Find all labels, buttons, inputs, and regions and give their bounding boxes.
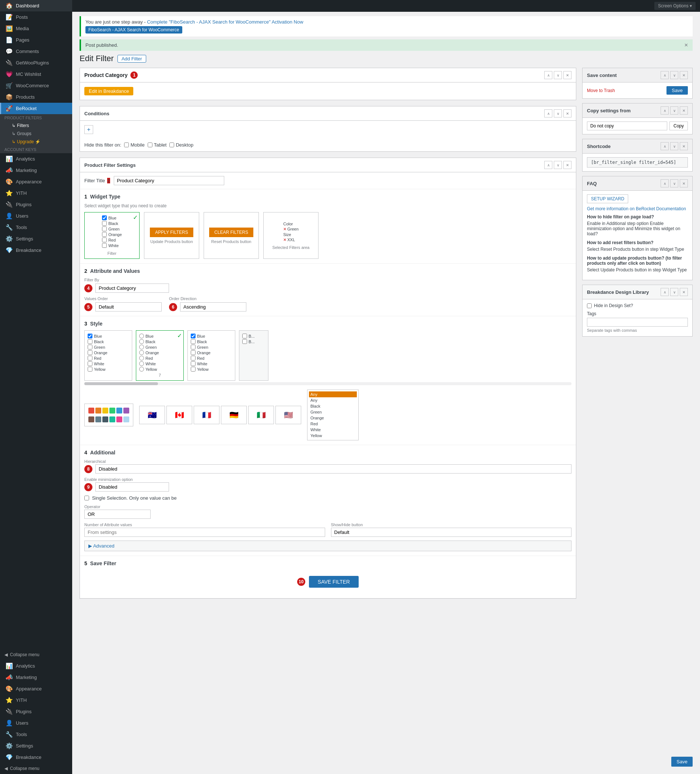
sidebar-item-woocommerce[interactable]: 🛒 WooCommerce	[0, 80, 72, 91]
flag-italy[interactable]: 🇮🇹	[248, 406, 274, 424]
sidebar-item-analytics[interactable]: 📊 Analytics	[0, 153, 72, 165]
notice-close-icon[interactable]: ✕	[684, 42, 688, 48]
add-condition-button[interactable]: +	[84, 125, 93, 134]
design-library-close-btn[interactable]: ✕	[680, 288, 688, 296]
copy-settings-expand-btn[interactable]: ∨	[670, 106, 678, 114]
filter-settings-collapse-btn[interactable]: ∧	[544, 161, 552, 169]
tags-input[interactable]	[587, 318, 688, 327]
widget-card-filter[interactable]: ✓ Blue Black Green Orange Red White	[84, 212, 139, 259]
sidebar-item-appearance-2[interactable]: 🎨 Appearance	[0, 683, 72, 695]
sidebar-item-mc-wishlist[interactable]: 💗 MC Wishlist	[0, 68, 72, 80]
sidebar-item-marketing-2[interactable]: 📣 Marketing	[0, 671, 72, 683]
minimization-select[interactable]: Disabled Enabled	[95, 482, 169, 491]
values-order-select[interactable]: Default Name Count Term ID	[95, 302, 162, 311]
filter-title-input[interactable]	[114, 176, 224, 185]
conditions-close-btn[interactable]: ✕	[563, 109, 571, 117]
sidebar-item-settings-2[interactable]: ⚙️ Settings	[0, 740, 72, 751]
order-direction-select[interactable]: Ascending Descending	[180, 302, 247, 311]
conditions-collapse-btn[interactable]: ∧	[544, 109, 552, 117]
widget-card-update-products[interactable]: APPLY FILTERS Update Products button	[144, 212, 199, 259]
flag-usa[interactable]: 🇺🇸	[275, 406, 301, 424]
operator-select[interactable]: OR AND	[84, 509, 151, 519]
sidebar-submenu-upgrade[interactable]: ↳ Upgrade ⚡	[0, 138, 72, 146]
docs-link[interactable]: Get more information on BeRocket Documen…	[587, 206, 688, 212]
collapse-menu-btn-2[interactable]: ◀ Collapse menu	[0, 763, 72, 774]
style-card-checkbox-filled[interactable]: Blue Black Green Orange Red White Yellow	[187, 330, 235, 381]
sidebar-item-yith-2[interactable]: ⭐ YITH	[0, 695, 72, 706]
sidebar-item-users[interactable]: 👤 Users	[0, 210, 72, 222]
design-library-collapse-btn[interactable]: ∧	[660, 288, 669, 296]
sidebar-item-posts[interactable]: 📝 Posts	[0, 12, 72, 23]
flag-canada[interactable]: 🇨🇦	[166, 406, 192, 424]
sidebar-item-plugins-2[interactable]: 🔌 Plugins	[0, 706, 72, 717]
shortcode-collapse-btn[interactable]: ∧	[660, 142, 669, 150]
sidebar-item-comments[interactable]: 💬 Comments	[0, 46, 72, 57]
hierarchical-select[interactable]: Disabled Enabled	[95, 464, 571, 473]
style-card-checkbox[interactable]: Blue Black Green Orange Red White Yellow	[84, 330, 132, 381]
hide-design-set-checkbox[interactable]	[587, 303, 592, 308]
metabox-expand-btn[interactable]: ∨	[554, 71, 562, 79]
sidebar-item-tools[interactable]: 🔧 Tools	[0, 222, 72, 233]
shortcode-close-btn[interactable]: ✕	[680, 142, 688, 150]
screen-options-button[interactable]: Screen Options ▾	[654, 2, 695, 10]
save-content-button[interactable]: Save	[667, 86, 688, 94]
flag-france[interactable]: 🇫🇷	[194, 406, 220, 424]
style-card-extra[interactable]: B... B...	[239, 330, 268, 381]
flag-australia[interactable]: 🇦🇺	[139, 406, 165, 424]
design-library-expand-btn[interactable]: ∨	[670, 288, 678, 296]
setup-wizard-button[interactable]: SETUP WIZARD	[587, 194, 628, 203]
color-swatches-card[interactable]	[84, 404, 133, 427]
faq-expand-btn[interactable]: ∨	[670, 179, 678, 187]
filter-by-select[interactable]: Product Category Product Tag Color Size	[95, 283, 169, 293]
faq-close-btn[interactable]: ✕	[680, 179, 688, 187]
sidebar-item-settings[interactable]: ⚙️ Settings	[0, 233, 72, 245]
copy-settings-collapse-btn[interactable]: ∧	[660, 106, 669, 114]
style-card-radio[interactable]: ✓ Blue Black Green Orange Red White	[136, 330, 184, 381]
widget-card-selected-filters[interactable]: Color ✕Green Size ✕XXL Selected Filters …	[263, 212, 319, 259]
sidebar-item-analytics-2[interactable]: 📊 Analytics	[0, 660, 72, 671]
filter-settings-close-btn[interactable]: ✕	[563, 161, 571, 169]
num-attr-input[interactable]	[84, 528, 325, 537]
sidebar-item-dashboard[interactable]: 🏠 Dashboard	[0, 0, 72, 12]
move-to-trash-link[interactable]: Move to Trash	[587, 88, 615, 93]
sidebar-item-users-2[interactable]: 👤 Users	[0, 717, 72, 729]
conditions-expand-btn[interactable]: ∨	[554, 109, 562, 117]
dropdown-style-card[interactable]: Any Any Black Green Orange Red White Yel…	[307, 390, 359, 440]
add-filter-button[interactable]: Add Filter	[117, 55, 146, 63]
fixed-save-button[interactable]: Save	[671, 757, 693, 767]
copy-button[interactable]: Copy	[669, 121, 688, 131]
metabox-close-btn[interactable]: ✕	[563, 71, 571, 79]
single-selection-checkbox[interactable]	[84, 496, 89, 500]
filter-settings-expand-btn[interactable]: ∨	[554, 161, 562, 169]
widget-card-reset-products[interactable]: CLEAR FILTERS Reset Products button	[204, 212, 259, 259]
edit-breakdance-button[interactable]: Edit in Breakdance	[84, 87, 133, 95]
activation-link[interactable]: Complete "FiboSearch - AJAX Search for W…	[147, 19, 303, 25]
sidebar-item-products[interactable]: 📦 Products	[0, 91, 72, 103]
faq-collapse-btn[interactable]: ∧	[660, 179, 669, 187]
sidebar-item-media[interactable]: 🖼️ Media	[0, 23, 72, 34]
advanced-collapse-btn[interactable]: ▶ Advanced	[84, 541, 571, 551]
hide-desktop-checkbox[interactable]: Desktop	[169, 142, 193, 148]
sidebar-item-breakdance[interactable]: 💎 Breakdance	[0, 245, 72, 256]
sidebar-item-breakdance-2[interactable]: 💎 Breakdance	[0, 751, 72, 763]
save-filter-button[interactable]: SAVE FILTER	[309, 576, 359, 588]
sidebar-submenu-filters[interactable]: ↳ Filters	[0, 121, 72, 130]
copy-settings-close-btn[interactable]: ✕	[680, 106, 688, 114]
sidebar-item-plugins[interactable]: 🔌 Plugins	[0, 199, 72, 210]
show-hide-select[interactable]: Default Show Hide	[331, 528, 572, 537]
save-content-collapse-btn[interactable]: ∧	[660, 71, 669, 79]
metabox-collapse-btn[interactable]: ∧	[544, 71, 552, 79]
sidebar-item-pages[interactable]: 📄 Pages	[0, 34, 72, 46]
save-content-close-btn[interactable]: ✕	[680, 71, 688, 79]
flag-germany[interactable]: 🇩🇪	[221, 406, 247, 424]
save-content-expand-btn[interactable]: ∨	[670, 71, 678, 79]
hide-mobile-checkbox[interactable]: Mobile	[124, 142, 144, 148]
hide-tablet-checkbox[interactable]: Tablet	[148, 142, 167, 148]
sidebar-item-marketing[interactable]: 📣 Marketing	[0, 165, 72, 176]
shortcode-expand-btn[interactable]: ∨	[670, 142, 678, 150]
sidebar-item-yith[interactable]: ⭐ YITH	[0, 187, 72, 199]
sidebar-item-tools-2[interactable]: 🔧 Tools	[0, 729, 72, 740]
sidebar-submenu-groups[interactable]: ↳ Groups	[0, 130, 72, 138]
sidebar-item-appearance[interactable]: 🎨 Appearance	[0, 176, 72, 187]
copy-settings-select[interactable]: Do not copy	[587, 121, 667, 131]
